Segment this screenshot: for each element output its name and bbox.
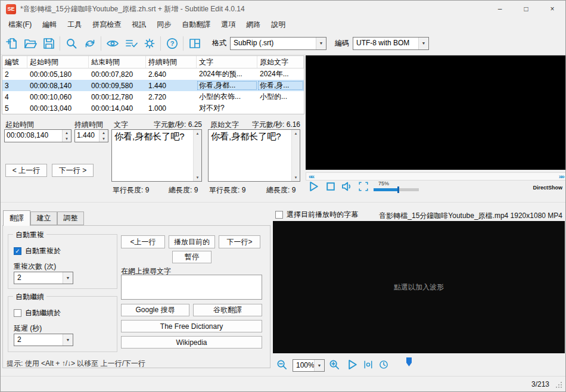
play-button[interactable] xyxy=(309,181,319,192)
select-current-subtitle-row[interactable]: 選擇目前播放時的字幕 xyxy=(275,210,358,220)
menu-video[interactable]: 視訊 xyxy=(126,17,151,32)
layout-button[interactable] xyxy=(185,35,204,52)
start-time-stepper[interactable]: 00:00:08,140 ▲▼ xyxy=(4,129,71,142)
chevron-down-icon[interactable]: ▼ xyxy=(316,38,326,49)
menu-network[interactable]: 網路 xyxy=(241,17,266,32)
replace-button[interactable] xyxy=(80,35,99,52)
column-header-text[interactable]: 文字 xyxy=(197,56,257,68)
scroll-up-icon[interactable]: ▲ xyxy=(294,130,298,137)
resize-grip[interactable] xyxy=(556,382,557,383)
seek-left-icon[interactable]: «« xyxy=(306,173,316,179)
auto-repeat-checkbox[interactable]: ✓ xyxy=(14,247,21,255)
new-button[interactable] xyxy=(2,35,21,52)
minimize-icon[interactable]: – xyxy=(487,1,513,17)
maximize-icon[interactable]: □ xyxy=(513,1,539,17)
pause-button[interactable]: 暫停 xyxy=(172,251,212,263)
video-seekbar[interactable]: «« »» xyxy=(306,172,566,181)
panel-next-line-button[interactable]: 下一行> xyxy=(219,235,260,248)
seek-right-icon[interactable]: »» xyxy=(556,173,566,179)
scrollbar[interactable]: ▲▼ xyxy=(193,130,201,181)
free-dictionary-button[interactable]: The Free Dictionary xyxy=(121,320,262,332)
repeat-count-select[interactable]: 2 ▼ xyxy=(14,272,73,284)
titlebar[interactable]: SE *音影轉檔_15分鐘咖啡Youtube_原檔.zh.srt + 新增 - … xyxy=(1,1,565,17)
spin-down-icon[interactable]: ▼ xyxy=(63,136,71,142)
auto-repeat-checkbox-row[interactable]: ✓ 自動重複於 xyxy=(14,246,61,256)
format-select[interactable]: SubRip (.srt) ▼ xyxy=(230,37,326,50)
column-header-duration[interactable]: 持續時間 xyxy=(146,56,197,68)
chevron-down-icon[interactable]: ▼ xyxy=(418,38,428,49)
select-current-subtitle-checkbox[interactable] xyxy=(275,211,283,219)
mute-button[interactable] xyxy=(341,181,352,192)
volume-thumb[interactable] xyxy=(397,186,399,193)
video-display[interactable] xyxy=(306,55,566,170)
close-icon[interactable]: × xyxy=(539,1,565,17)
scroll-down-icon[interactable]: ▼ xyxy=(294,174,298,181)
fix-common-errors-button[interactable] xyxy=(122,35,140,52)
zoom-in-button[interactable] xyxy=(328,359,341,371)
google-search-button[interactable]: Google 搜尋 xyxy=(121,304,189,316)
delay-select[interactable]: 2 ▼ xyxy=(14,334,73,346)
waveform-zoom-select[interactable]: 100% ▼ xyxy=(293,359,325,372)
save-button[interactable] xyxy=(39,35,58,52)
auto-continue-checkbox[interactable] xyxy=(14,309,21,317)
find-button[interactable] xyxy=(62,35,80,52)
open-button[interactable] xyxy=(21,35,39,52)
duration-stepper[interactable]: 1.440 ▲▼ xyxy=(74,129,108,142)
fullscreen-button[interactable] xyxy=(358,181,369,192)
table-row-selected[interactable]: 3 00:00:08,140 00:00:09,580 1.440 你看,身都.… xyxy=(2,80,304,91)
visual-sync-button[interactable] xyxy=(103,35,122,52)
play-current-button[interactable]: 播放目前的 xyxy=(169,235,215,248)
tab-adjust[interactable]: 調整 xyxy=(57,211,84,225)
menu-sync[interactable]: 同步 xyxy=(151,17,176,32)
menu-auto-translate[interactable]: 自動翻譯 xyxy=(176,17,216,32)
playback-speed-button[interactable] xyxy=(378,359,389,370)
column-header-start[interactable]: 起始時間 xyxy=(27,56,89,68)
next-line-button[interactable]: 下一行 > xyxy=(52,164,94,177)
help-button[interactable]: ? xyxy=(163,35,181,52)
tab-create[interactable]: 建立 xyxy=(30,211,57,225)
original-text-edit-box[interactable]: 你看,身都长了吧? ▲▼ xyxy=(208,129,300,182)
subtitle-list[interactable]: 編號 起始時間 結束時間 持續時間 文字 原始文字 2 00:00:05,180… xyxy=(2,55,304,114)
google-translate-button[interactable]: 谷歌翻譯 xyxy=(193,304,262,316)
settings-button[interactable] xyxy=(140,35,158,52)
menu-file[interactable]: 檔案(F) xyxy=(3,17,37,32)
panel-prev-line-button[interactable]: <上一行 xyxy=(121,235,165,248)
scroll-up-icon[interactable]: ▲ xyxy=(196,130,200,137)
scrollbar[interactable]: ▲▼ xyxy=(291,130,300,181)
spin-up-icon[interactable]: ▲ xyxy=(99,130,108,136)
encoding-select[interactable]: UTF-8 with BOM ▼ xyxy=(353,37,429,50)
wikipedia-button[interactable]: Wikipedia xyxy=(121,336,262,349)
menu-help[interactable]: 說明 xyxy=(266,17,291,32)
zoom-out-button[interactable] xyxy=(276,359,288,371)
table-row[interactable]: 5 00:00:13,040 00:00:14,040 1.000 对不对? xyxy=(2,102,304,114)
column-header-original[interactable]: 原始文字 xyxy=(257,56,304,68)
spin-down-icon[interactable]: ▼ xyxy=(99,136,108,142)
waveform-play-button[interactable] xyxy=(347,359,358,370)
menu-spellcheck[interactable]: 拼寫檢查 xyxy=(87,17,126,32)
list-header[interactable]: 編號 起始時間 結束時間 持續時間 文字 原始文字 xyxy=(2,56,304,69)
center-at-cursor-button[interactable] xyxy=(363,359,374,370)
prev-line-button[interactable]: < 上一行 xyxy=(5,164,47,177)
menu-edit[interactable]: 編輯 xyxy=(37,17,62,32)
column-header-number[interactable]: 編號 xyxy=(2,56,27,68)
chevron-down-icon[interactable]: ▼ xyxy=(314,360,324,371)
table-row[interactable]: 2 00:00:05,180 00:00:07,820 2.640 2024年的… xyxy=(2,69,304,80)
spin-up-icon[interactable]: ▲ xyxy=(63,130,71,136)
tab-translate[interactable]: 翻譯 xyxy=(3,210,30,226)
scroll-down-icon[interactable]: ▼ xyxy=(196,174,200,181)
chevron-down-icon[interactable]: ▼ xyxy=(63,334,73,346)
waveform-area[interactable]: 點選以加入波形 xyxy=(273,221,565,353)
window-title: *音影轉檔_15分鐘咖啡Youtube_原檔.zh.srt + 新增 - Sub… xyxy=(20,4,245,14)
table-row[interactable]: 4 00:00:10,060 00:00:12,780 2.720 小型的衣饰.… xyxy=(2,91,304,102)
web-search-input[interactable] xyxy=(121,275,262,300)
menu-tools[interactable]: 工具 xyxy=(62,17,87,32)
stop-button[interactable] xyxy=(325,181,336,192)
position-marker[interactable] xyxy=(406,357,412,366)
column-header-end[interactable]: 結束時間 xyxy=(89,56,146,68)
text-edit-box[interactable]: 你看,身都长了吧? ▲▼ xyxy=(111,129,202,182)
menu-options[interactable]: 選項 xyxy=(216,17,241,32)
volume-slider[interactable] xyxy=(374,188,419,191)
horizontal-splitter[interactable] xyxy=(1,202,565,203)
chevron-down-icon[interactable]: ▼ xyxy=(63,272,73,284)
auto-continue-checkbox-row[interactable]: 自動繼續於 xyxy=(14,308,61,318)
